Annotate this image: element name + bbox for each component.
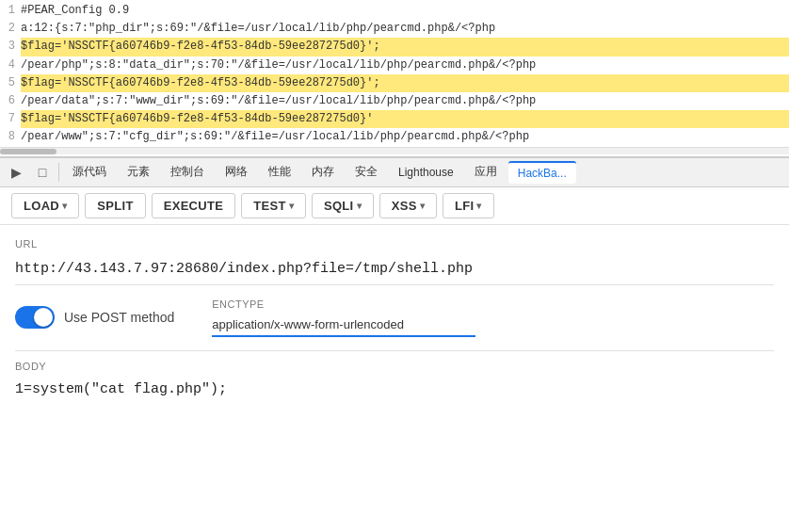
dropdown-arrow-icon: ▾ (476, 201, 481, 211)
devtools-tab-network[interactable]: 网络 (216, 160, 257, 184)
code-editor: 1#PEAR_Config 0.92a:12:{s:7:"php_dir";s:… (0, 0, 789, 157)
code-line: 8/pear/www";s:7:"cfg_dir";s:69:"/&file=/… (0, 128, 789, 146)
devtools-tab-app[interactable]: 应用 (465, 160, 507, 184)
devtools-tab-source[interactable]: 源代码 (63, 160, 116, 184)
main-content: URL http://43.143.7.97:28680/index.php?f… (0, 225, 789, 416)
lfi-button[interactable]: LFI ▾ (443, 193, 494, 218)
url-section: URL http://43.143.7.97:28680/index.php?f… (15, 238, 774, 285)
code-line: 1#PEAR_Config 0.9 (0, 2, 789, 20)
devtools-tab-lighthouse[interactable]: Lighthouse (389, 162, 463, 183)
sqli-button[interactable]: SQLI ▾ (312, 193, 374, 218)
xss-button[interactable]: XSS ▾ (379, 193, 437, 218)
devtools-tab-console[interactable]: 控制台 (161, 160, 214, 184)
options-row: Use POST method enctype application/x-ww… (15, 298, 774, 337)
load-button[interactable]: LOAD ▾ (11, 193, 79, 218)
line-number: 4 (0, 56, 21, 74)
line-content: a:12:{s:7:"php_dir";s:69:"/&file=/usr/lo… (21, 20, 789, 38)
post-method-group: Use POST method (15, 298, 174, 329)
dropdown-arrow-icon: ▾ (420, 201, 425, 211)
devtools-tabbar: ▶ □ 源代码元素控制台网络性能内存安全Lighthouse应用HackBa..… (0, 157, 789, 187)
devtools-tab-memory[interactable]: 内存 (302, 160, 344, 184)
line-number: 6 (0, 92, 21, 110)
body-section: Body 1=system("cat flag.php"); (15, 350, 774, 403)
line-content: $flag='NSSCTF{a60746b9-f2e8-4f53-84db-59… (21, 74, 789, 92)
line-number: 7 (0, 110, 21, 128)
enctype-group: enctype application/x-www-form-urlencode… (212, 298, 475, 337)
devtools-tab-performance[interactable]: 性能 (259, 160, 300, 184)
line-content: /pear/data";s:7:"www_dir";s:69:"/&file=/… (21, 92, 789, 110)
toggle-knob (34, 308, 53, 327)
line-content: #PEAR_Config 0.9 (21, 2, 789, 20)
horizontal-scrollbar[interactable] (0, 147, 789, 154)
cursor-icon[interactable]: ▶ (4, 160, 28, 185)
line-number: 2 (0, 20, 21, 38)
post-method-label: Use POST method (64, 310, 174, 325)
dropdown-arrow-icon: ▾ (62, 201, 67, 211)
code-line: 5$flag='NSSCTF{a60746b9-f2e8-4f53-84db-5… (0, 74, 789, 92)
body-value[interactable]: 1=system("cat flag.php"); (15, 376, 774, 403)
execute-button[interactable]: EXECUTE (152, 193, 236, 218)
code-line: 3$flag='NSSCTF{a60746b9-f2e8-4f53-84db-5… (0, 38, 789, 56)
enctype-label: enctype (212, 298, 475, 310)
url-value[interactable]: http://43.143.7.97:28680/index.php?file=… (15, 253, 774, 285)
line-content: $flag='NSSCTF{a60746b9-f2e8-4f53-84db-59… (21, 110, 789, 128)
code-line: 4/pear/php";s:8:"data_dir";s:70:"/&file=… (0, 56, 789, 74)
body-label: Body (15, 361, 774, 372)
inspect-icon[interactable]: □ (30, 160, 55, 185)
line-content: /pear/www";s:7:"cfg_dir";s:69:"/&file=/u… (21, 128, 789, 146)
url-label: URL (15, 238, 774, 250)
devtools-tab-security[interactable]: 安全 (346, 160, 387, 184)
code-line: 7$flag='NSSCTF{a60746b9-f2e8-4f53-84db-5… (0, 110, 789, 128)
split-button[interactable]: SPLIT (85, 193, 145, 218)
post-method-toggle[interactable] (15, 306, 55, 329)
line-number: 3 (0, 38, 21, 56)
devtools-tab-element[interactable]: 元素 (118, 160, 159, 184)
dropdown-arrow-icon: ▾ (289, 201, 294, 211)
tab-separator (58, 163, 59, 182)
dropdown-arrow-icon: ▾ (357, 201, 362, 211)
hackbar-toolbar: LOAD ▾SPLITEXECUTETEST ▾SQLI ▾XSS ▾LFI ▾ (0, 187, 789, 225)
line-number: 8 (0, 128, 21, 146)
line-number: 5 (0, 74, 21, 92)
line-number: 1 (0, 2, 21, 20)
test-button[interactable]: TEST ▾ (241, 193, 306, 218)
line-content: $flag='NSSCTF{a60746b9-f2e8-4f53-84db-59… (21, 38, 789, 56)
devtools-tab-hackbar[interactable]: HackBa... (508, 161, 576, 184)
scrollbar-thumb[interactable] (0, 149, 56, 154)
code-line: 6/pear/data";s:7:"www_dir";s:69:"/&file=… (0, 92, 789, 110)
enctype-value[interactable]: application/x-www-form-urlencoded (212, 314, 475, 337)
line-content: /pear/php";s:8:"data_dir";s:70:"/&file=/… (21, 56, 789, 74)
code-line: 2a:12:{s:7:"php_dir";s:69:"/&file=/usr/l… (0, 20, 789, 38)
